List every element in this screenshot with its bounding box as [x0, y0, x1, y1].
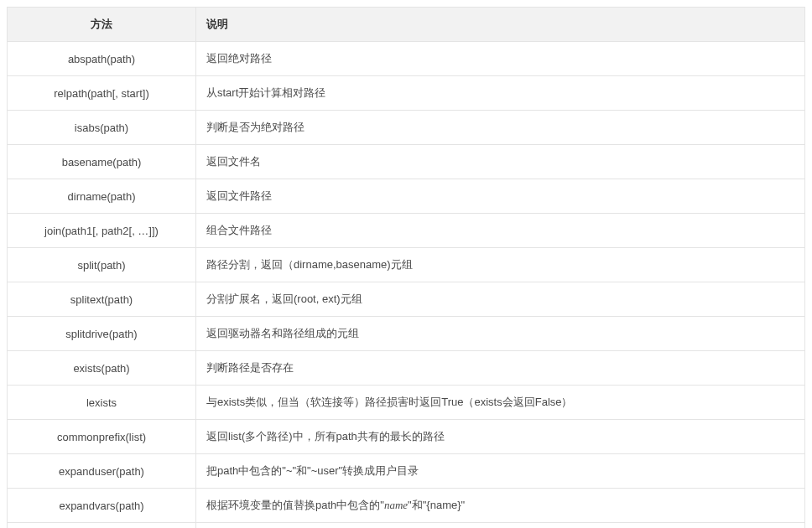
- desc-cell: 路径分割，返回（dirname,basename)元组: [196, 248, 805, 282]
- desc-cell: 判断路径是否存在: [196, 351, 805, 386]
- table-row: normpath(path) 规范path，统一分隔符等（A//B, A/B/,…: [8, 523, 805, 529]
- table-row: basename(path) 返回文件名: [8, 145, 805, 179]
- method-cell: abspath(path): [8, 42, 196, 76]
- method-cell: lexists: [8, 386, 196, 420]
- header-row: 方法 说明: [8, 8, 805, 42]
- desc-cell: 从start开始计算相对路径: [196, 76, 805, 111]
- desc-cell: 根据环境变量的值替换path中包含的"name"和"{name}": [196, 489, 805, 523]
- table-row: expandvars(path) 根据环境变量的值替换path中包含的"name…: [8, 489, 805, 523]
- api-table: 方法 说明 abspath(path) 返回绝对路径 relpath(path[…: [7, 7, 805, 528]
- method-cell: exists(path): [8, 351, 196, 386]
- table-row: lexists 与exists类似，但当（软连接等）路径损害时返回True（ex…: [8, 386, 805, 420]
- table-row: dirname(path) 返回文件路径: [8, 179, 805, 214]
- desc-text-after: "和"{name}": [408, 499, 465, 511]
- desc-cell: 返回文件名: [196, 145, 805, 179]
- header-desc: 说明: [196, 8, 805, 42]
- desc-cell: 把path中包含的"~"和"~user"转换成用户目录: [196, 454, 805, 489]
- method-cell: expandvars(path): [8, 489, 196, 523]
- table-row: abspath(path) 返回绝对路径: [8, 42, 805, 76]
- desc-cell: 返回list(多个路径)中，所有path共有的最长的路径: [196, 420, 805, 454]
- desc-cell: 返回文件路径: [196, 179, 805, 214]
- desc-cell: 返回驱动器名和路径组成的元组: [196, 317, 805, 351]
- header-method: 方法: [8, 8, 196, 42]
- desc-cell: 返回绝对路径: [196, 42, 805, 76]
- method-cell: commonprefix(list): [8, 420, 196, 454]
- method-cell: dirname(path): [8, 179, 196, 214]
- table-row: splitdrive(path) 返回驱动器名和路径组成的元组: [8, 317, 805, 351]
- table-row: isabs(path) 判断是否为绝对路径: [8, 111, 805, 145]
- method-cell: splitdrive(path): [8, 317, 196, 351]
- table-row: expanduser(path) 把path中包含的"~"和"~user"转换成…: [8, 454, 805, 489]
- method-cell: splitext(path): [8, 282, 196, 317]
- desc-cell: 规范path，统一分隔符等（A//B, A/B/, A/./B and A/fo…: [196, 523, 805, 529]
- table-row: exists(path) 判断路径是否存在: [8, 351, 805, 386]
- desc-cell: 组合文件路径: [196, 214, 805, 248]
- method-cell: isabs(path): [8, 111, 196, 145]
- method-cell: split(path): [8, 248, 196, 282]
- desc-cell: 与exists类似，但当（软连接等）路径损害时返回True（exists会返回F…: [196, 386, 805, 420]
- math-var: name: [384, 499, 408, 511]
- desc-cell: 判断是否为绝对路径: [196, 111, 805, 145]
- table-row: relpath(path[, start]) 从start开始计算相对路径: [8, 76, 805, 111]
- method-cell: join(path1[, path2[, …]]): [8, 214, 196, 248]
- method-cell: expanduser(path): [8, 454, 196, 489]
- table-row: split(path) 路径分割，返回（dirname,basename)元组: [8, 248, 805, 282]
- table-row: splitext(path) 分割扩展名，返回(root, ext)元组: [8, 282, 805, 317]
- desc-cell: 分割扩展名，返回(root, ext)元组: [196, 282, 805, 317]
- table-row: commonprefix(list) 返回list(多个路径)中，所有path共…: [8, 420, 805, 454]
- method-cell: normpath(path): [8, 523, 196, 529]
- desc-text-before: 根据环境变量的值替换path中包含的": [206, 499, 384, 511]
- method-cell: relpath(path[, start]): [8, 76, 196, 111]
- table-row: join(path1[, path2[, …]]) 组合文件路径: [8, 214, 805, 248]
- method-cell: basename(path): [8, 145, 196, 179]
